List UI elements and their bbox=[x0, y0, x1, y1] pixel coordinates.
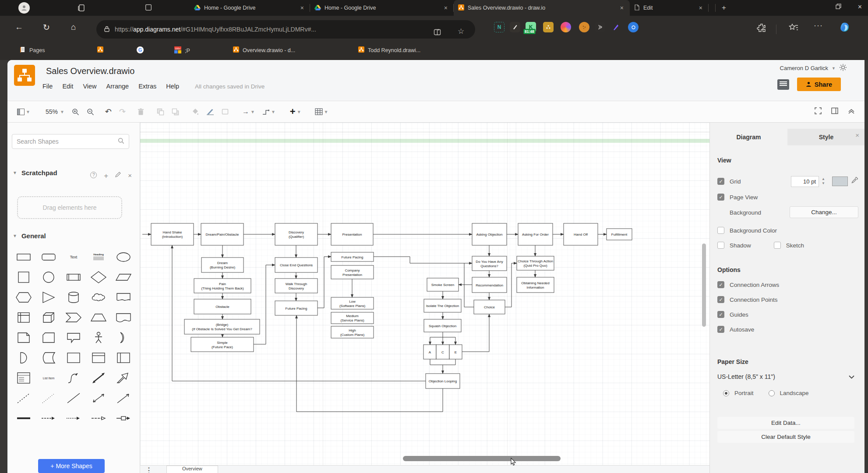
copilot-icon[interactable] bbox=[839, 21, 852, 36]
shape-bidirectional-line[interactable] bbox=[86, 390, 111, 406]
shape-arrow-shape[interactable] bbox=[111, 370, 136, 386]
shape-dashed-arrow-2[interactable] bbox=[61, 410, 86, 427]
shadow-checkbox[interactable] bbox=[717, 242, 724, 249]
shape-list[interactable] bbox=[11, 370, 36, 386]
shape-dashed-arrow-3[interactable] bbox=[86, 410, 111, 427]
shape-cube[interactable] bbox=[36, 309, 61, 326]
timer-extension-icon[interactable]: K81:48 bbox=[526, 22, 536, 32]
node-choice[interactable]: Choice bbox=[474, 300, 505, 314]
user-name[interactable]: Cameron D Garlick bbox=[780, 65, 829, 71]
zoom-out-icon[interactable] bbox=[87, 108, 94, 116]
shape-cloud[interactable] bbox=[86, 289, 111, 306]
node-hand-off[interactable]: Hand Off bbox=[564, 223, 598, 245]
node-walk-through-discovery[interactable]: Walk ThroughDiscovery bbox=[275, 279, 318, 293]
shape-rectangle[interactable] bbox=[11, 249, 36, 265]
tab-close-icon[interactable]: × bbox=[299, 4, 306, 11]
landscape-radio[interactable] bbox=[769, 390, 775, 396]
grid-size-stepper[interactable]: ▲▼ bbox=[822, 177, 825, 186]
waves-extension-icon[interactable] bbox=[595, 22, 605, 32]
shape-step[interactable] bbox=[61, 309, 86, 326]
format-panel-icon[interactable] bbox=[831, 107, 838, 116]
node-company-presentation[interactable]: CompanyPresentation bbox=[331, 265, 374, 279]
scratchpad-add-icon[interactable]: + bbox=[104, 172, 108, 180]
settings-more-icon[interactable]: ··· bbox=[814, 21, 823, 30]
close-window-icon[interactable]: × bbox=[858, 3, 862, 11]
node-hand-shake[interactable]: Hand Shake(Introduction) bbox=[151, 223, 194, 245]
node-objection-looping[interactable]: Objection Looping bbox=[426, 374, 460, 388]
browser-tab[interactable]: Home - Google Drive× bbox=[310, 0, 454, 16]
shape-internal-storage[interactable] bbox=[11, 309, 36, 326]
menu-help[interactable]: Help bbox=[166, 83, 179, 90]
back-icon[interactable]: ← bbox=[15, 22, 23, 32]
node-dream-pain-obstacle[interactable]: Dream/Pain/Obstacle bbox=[201, 223, 243, 245]
to-front-icon[interactable] bbox=[157, 108, 164, 116]
shape-circle[interactable] bbox=[36, 269, 61, 286]
node-asking-for-order[interactable]: Asking For Order bbox=[518, 223, 553, 245]
clear-default-style-button[interactable]: Clear Default Style bbox=[717, 431, 854, 443]
flow-edge[interactable] bbox=[374, 257, 472, 263]
diagram-canvas[interactable]: Hand Shake(Introduction)Dream/Pain/Obsta… bbox=[140, 123, 709, 473]
favorites-hub-icon[interactable] bbox=[788, 23, 799, 34]
tab-close-icon[interactable]: × bbox=[697, 4, 704, 11]
zoom-level[interactable]: 55%▼ bbox=[38, 108, 64, 115]
color-wheel-extension-icon[interactable] bbox=[561, 22, 571, 32]
blue-extension-icon[interactable] bbox=[628, 22, 639, 32]
tab-diagram[interactable]: Diagram bbox=[710, 129, 787, 145]
zoom-in-icon[interactable] bbox=[72, 108, 79, 116]
page-tab[interactable]: Overview bbox=[166, 466, 218, 473]
menu-file[interactable]: File bbox=[42, 83, 53, 90]
collapse-toolbar-icon[interactable] bbox=[848, 107, 855, 116]
node-medium-service-plans[interactable]: Medium(Service Plans) bbox=[331, 312, 374, 324]
shape-actor[interactable] bbox=[86, 329, 111, 346]
node-low-software-plans[interactable]: Low(Software Plans) bbox=[331, 297, 374, 309]
node-presentation[interactable]: Presentation bbox=[331, 223, 373, 245]
portrait-radio[interactable] bbox=[723, 390, 729, 396]
shape-text[interactable]: Text bbox=[61, 249, 86, 265]
menu-extras[interactable]: Extras bbox=[138, 83, 156, 90]
panel-close-icon[interactable]: × bbox=[855, 131, 859, 139]
page-view-button[interactable]: ▼ bbox=[17, 109, 30, 115]
edit-data-button[interactable]: Edit Data... bbox=[717, 417, 854, 429]
favorite-star-icon[interactable]: ☆ bbox=[458, 27, 464, 36]
bookmark-item[interactable]: Todd Reynold.drawi... bbox=[358, 46, 420, 54]
gold-extension-icon[interactable] bbox=[543, 22, 554, 32]
shape-cylinder[interactable] bbox=[61, 289, 86, 306]
to-back-icon[interactable] bbox=[172, 108, 179, 116]
shape-data-storage[interactable] bbox=[36, 349, 61, 366]
node-asking-objection[interactable]: Asking Objection bbox=[472, 223, 507, 245]
fill-color-icon[interactable] bbox=[192, 108, 199, 115]
node-pain[interactable]: Pain(Thing Holding Them Back) bbox=[194, 279, 251, 293]
share-button[interactable]: Share bbox=[797, 78, 841, 91]
split-screen-icon[interactable] bbox=[434, 28, 441, 38]
search-shapes-input[interactable]: Search Shapes bbox=[12, 134, 129, 149]
node-bridge[interactable]: (Bridge)(If Obstacle Is Solved You Get D… bbox=[184, 319, 260, 334]
shape-bidirectional-arrow[interactable] bbox=[86, 370, 111, 386]
table-button[interactable]: ▼ bbox=[315, 108, 328, 115]
node-high-custom-plans[interactable]: High(Custom Plans) bbox=[331, 326, 374, 338]
shape-and[interactable] bbox=[11, 349, 36, 366]
scratchpad-help-icon[interactable]: ? bbox=[90, 172, 97, 178]
scratchpad-edit-icon[interactable] bbox=[115, 172, 121, 180]
shape-square[interactable] bbox=[11, 269, 36, 286]
shape-note[interactable] bbox=[11, 329, 36, 346]
delete-icon[interactable] bbox=[138, 108, 144, 115]
shape-parallelogram[interactable] bbox=[111, 269, 136, 286]
pen-extension-icon[interactable] bbox=[510, 22, 520, 32]
shape-document[interactable] bbox=[111, 289, 136, 306]
sketch-checkbox[interactable] bbox=[774, 242, 781, 249]
node-obstacle[interactable]: Obstacle bbox=[194, 299, 251, 314]
shape-rounded-rectangle[interactable] bbox=[36, 249, 61, 265]
menu-arrange[interactable]: Arrange bbox=[106, 83, 129, 90]
extensions-puzzle-icon[interactable] bbox=[757, 23, 766, 34]
node-simple[interactable]: Simple(Future Pace) bbox=[191, 337, 254, 352]
notion-extension-icon[interactable]: N bbox=[494, 22, 505, 32]
shape-diamond[interactable] bbox=[86, 269, 111, 286]
restore-window-icon[interactable] bbox=[836, 3, 841, 11]
shape-link[interactable] bbox=[11, 410, 36, 427]
shape-curve[interactable] bbox=[61, 370, 86, 386]
node-discovery[interactable]: Discovery(Qualifier) bbox=[275, 223, 318, 245]
node-future-pacing-center[interactable]: Future Pacing bbox=[275, 301, 318, 315]
bookmark-item[interactable]: G bbox=[137, 46, 144, 55]
background-color-checkbox[interactable] bbox=[717, 227, 724, 234]
browser-tab[interactable]: Edit× bbox=[630, 0, 709, 16]
